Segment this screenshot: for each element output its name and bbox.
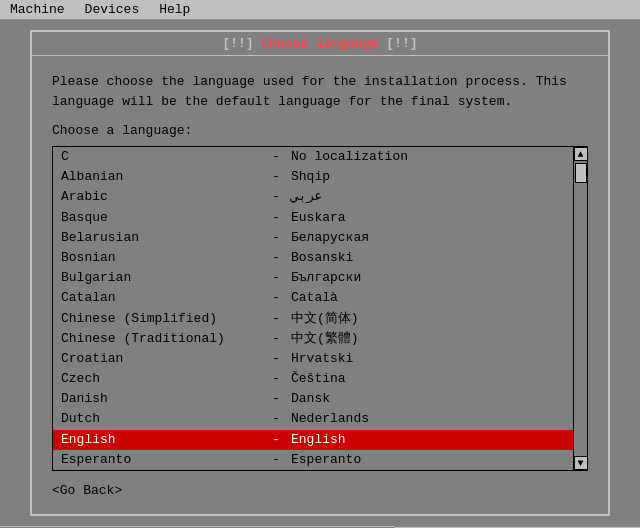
lang-native-name: Català (291, 289, 338, 307)
description: Please choose the language used for the … (52, 72, 588, 111)
scroll-thumb[interactable] (575, 163, 587, 183)
language-row-chinese-(simplified)[interactable]: Chinese (Simplified)-中文(简体) (53, 309, 573, 329)
lang-separator: - (261, 269, 291, 287)
dialog: [!!] Choose language [!!] Please choose … (30, 30, 610, 516)
scroll-down-arrow[interactable]: ▼ (574, 456, 588, 470)
language-row-arabic[interactable]: Arabic-عربي (53, 187, 573, 207)
title-brackets-right: [!!] (386, 36, 417, 51)
lang-native-name: Shqip (291, 168, 330, 186)
lang-name: Bosnian (61, 249, 261, 267)
dialog-title: Choose language (261, 36, 386, 51)
lang-separator: - (261, 370, 291, 388)
language-row-danish[interactable]: Danish-Dansk (53, 389, 573, 409)
lang-native-name: Hrvatski (291, 350, 353, 368)
language-row-english[interactable]: English-English (53, 430, 573, 450)
go-back-area: <Go Back> (52, 483, 588, 498)
description-line1: Please choose the language used for the … (52, 74, 567, 89)
language-row-basque[interactable]: Basque-Euskara (53, 208, 573, 228)
language-row-belarusian[interactable]: Belarusian-Беларуская (53, 228, 573, 248)
lang-native-name: English (291, 431, 346, 449)
language-row-croatian[interactable]: Croatian-Hrvatski (53, 349, 573, 369)
main-area: [!!] Choose language [!!] Please choose … (0, 20, 640, 526)
lang-separator: - (261, 431, 291, 449)
lang-separator: - (261, 249, 291, 267)
lang-name: C (61, 148, 261, 166)
menubar: Machine Devices Help (0, 0, 640, 20)
lang-native-name: Esperanto (291, 451, 361, 469)
lang-native-name: Euskara (291, 209, 346, 227)
language-row-catalan[interactable]: Catalan-Català (53, 288, 573, 308)
language-row-albanian[interactable]: Albanian-Shqip (53, 167, 573, 187)
scroll-track (574, 161, 588, 456)
lang-name: English (61, 431, 261, 449)
language-row-dutch[interactable]: Dutch-Nederlands (53, 409, 573, 429)
lang-separator: - (261, 390, 291, 408)
menu-devices[interactable]: Devices (79, 0, 146, 19)
lang-separator: - (261, 330, 291, 348)
lang-separator: - (261, 451, 291, 469)
lang-name: Catalan (61, 289, 261, 307)
title-brackets-left: [!!] (222, 36, 253, 51)
language-row-bulgarian[interactable]: Bulgarian-Български (53, 268, 573, 288)
language-list-container[interactable]: C-No localizationAlbanian-ShqipArabic-عر… (52, 146, 588, 471)
language-row-c[interactable]: C-No localization (53, 147, 573, 167)
lang-native-name: 中文(繁體) (291, 330, 359, 348)
lang-name: Belarusian (61, 229, 261, 247)
lang-native-name: Dansk (291, 390, 330, 408)
lang-native-name: Беларуская (291, 229, 369, 247)
lang-separator: - (261, 168, 291, 186)
dialog-titlebar: [!!] Choose language [!!] (32, 32, 608, 56)
go-back-button[interactable]: <Go Back> (52, 483, 122, 498)
lang-name: Croatian (61, 350, 261, 368)
lang-separator: - (261, 410, 291, 428)
lang-name: Chinese (Simplified) (61, 310, 261, 328)
lang-separator: - (261, 350, 291, 368)
lang-native-name: Български (291, 269, 361, 287)
lang-name: Bulgarian (61, 269, 261, 287)
lang-native-name: Nederlands (291, 410, 369, 428)
lang-separator: - (261, 209, 291, 227)
lang-name: Danish (61, 390, 261, 408)
language-row-bosnian[interactable]: Bosnian-Bosanski (53, 248, 573, 268)
lang-name: Dutch (61, 410, 261, 428)
lang-native-name: عربي (291, 188, 322, 206)
lang-separator: - (261, 229, 291, 247)
lang-name: Czech (61, 370, 261, 388)
language-row-czech[interactable]: Czech-Čeština (53, 369, 573, 389)
menu-machine[interactable]: Machine (4, 0, 71, 19)
lang-native-name: Bosanski (291, 249, 353, 267)
lang-name: Basque (61, 209, 261, 227)
lang-separator: - (261, 148, 291, 166)
language-list[interactable]: C-No localizationAlbanian-ShqipArabic-عر… (53, 147, 573, 470)
lang-name: Chinese (Traditional) (61, 330, 261, 348)
lang-name: Albanian (61, 168, 261, 186)
menu-help[interactable]: Help (153, 0, 196, 19)
scroll-up-arrow[interactable]: ▲ (574, 147, 588, 161)
scrollbar[interactable]: ▲ ▼ (573, 147, 587, 470)
lang-separator: - (261, 188, 291, 206)
language-row-esperanto[interactable]: Esperanto-Esperanto (53, 450, 573, 470)
lang-native-name: No localization (291, 148, 408, 166)
lang-native-name: Čeština (291, 370, 346, 388)
description-line2: language will be the default language fo… (52, 94, 512, 109)
lang-name: Arabic (61, 188, 261, 206)
lang-name: Esperanto (61, 451, 261, 469)
lang-separator: - (261, 310, 291, 328)
dialog-content: Please choose the language used for the … (32, 56, 608, 514)
language-row-chinese-(traditional)[interactable]: Chinese (Traditional)-中文(繁體) (53, 329, 573, 349)
lang-native-name: 中文(简体) (291, 310, 359, 328)
lang-separator: - (261, 289, 291, 307)
choose-label: Choose a language: (52, 123, 588, 138)
